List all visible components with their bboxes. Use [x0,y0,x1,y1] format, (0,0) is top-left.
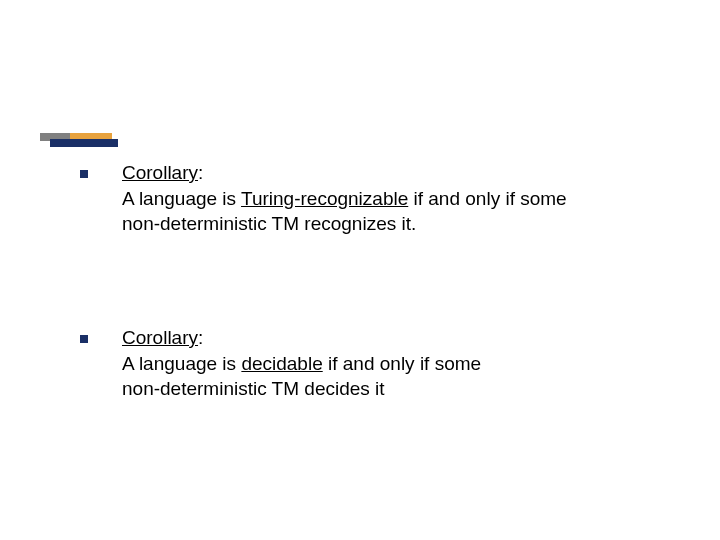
accent-bar-navy [50,139,118,147]
bullet-square-icon [80,170,88,178]
text-suffix: if and only if some [408,188,566,209]
text-prefix: A language is [122,353,241,374]
text-line2: non-deterministic TM recognizes it. [122,213,416,234]
defined-term: Turing-recognizable [241,188,408,209]
list-item: Corollary: A language is Turing-recogniz… [80,160,660,237]
content-area: Corollary: A language is Turing-recogniz… [80,160,660,490]
corollary-label: Corollary [122,327,198,348]
slide: Corollary: A language is Turing-recogniz… [0,0,720,540]
text-prefix: A language is [122,188,241,209]
defined-term: decidable [241,353,322,374]
list-item: Corollary: A language is decidable if an… [80,325,660,402]
text-suffix: if and only if some [323,353,481,374]
bullet-text: Corollary: A language is decidable if an… [122,325,481,402]
bullet-square-icon [80,335,88,343]
corollary-label: Corollary [122,162,198,183]
bullet-text: Corollary: A language is Turing-recogniz… [122,160,567,237]
text-line2: non-deterministic TM decides it [122,378,385,399]
